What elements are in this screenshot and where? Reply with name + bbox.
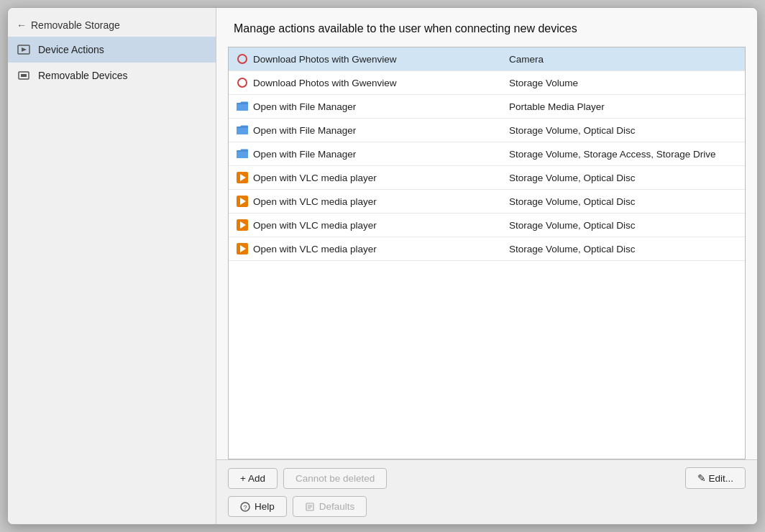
device-cell: Storage Volume, Optical Disc (502, 214, 745, 237)
sidebar-item-label: Device Actions (38, 44, 104, 55)
action-cell: Open with File Manager (229, 119, 502, 142)
defaults-icon (305, 502, 315, 512)
action-cell: Open with VLC media player (229, 214, 502, 237)
svg-text:?: ? (243, 504, 247, 511)
vlc-icon (236, 195, 249, 208)
table-row[interactable]: Open with VLC media playerStorage Volume… (229, 190, 745, 214)
sidebar: ← Removable Storage Device Actions (8, 8, 216, 524)
action-label: Download Photos with Gwenview (253, 54, 397, 65)
defaults-button[interactable]: Defaults (293, 496, 367, 517)
back-button[interactable]: ← Removable Storage (8, 14, 216, 37)
action-cell: Download Photos with Gwenview (229, 71, 502, 95)
action-cell: Open with File Manager (229, 95, 502, 119)
action-label: Open with File Manager (253, 125, 356, 136)
action-label: Open with VLC media player (253, 196, 377, 207)
main-area: Manage actions available to the user whe… (216, 8, 757, 524)
device-cell: Storage Volume, Storage Access, Storage … (502, 142, 745, 166)
action-label: Open with VLC media player (253, 173, 377, 183)
folder-icon (236, 124, 249, 137)
sidebar-item-label: Removable Devices (38, 70, 128, 81)
action-cell: Open with VLC media player (229, 237, 502, 261)
main-window: ← Removable Storage Device Actions (7, 7, 758, 525)
sidebar-item-device-actions[interactable]: Device Actions (8, 37, 216, 63)
action-cell: Open with File Manager (229, 142, 502, 166)
help-icon: ? (240, 502, 250, 512)
device-cell: Camera (502, 47, 745, 71)
bottom-bar: + Add Cannot be deleted ✎ Edit... (216, 459, 757, 496)
table-row[interactable]: Open with File ManagerPortable Media Pla… (229, 95, 745, 119)
table-row[interactable]: Download Photos with GwenviewStorage Vol… (229, 71, 745, 95)
vlc-icon (236, 219, 249, 231)
device-cell: Storage Volume, Optical Disc (502, 190, 745, 214)
svg-rect-7 (237, 128, 248, 134)
help-button[interactable]: ? Help (228, 496, 287, 517)
device-cell: Storage Volume, Optical Disc (502, 237, 745, 261)
cannot-delete-button: Cannot be deleted (283, 468, 387, 489)
back-arrow-icon: ← (17, 19, 27, 31)
svg-rect-8 (237, 152, 248, 158)
folder-icon (236, 100, 249, 113)
action-label: Open with VLC media player (253, 244, 377, 254)
svg-point-5 (238, 78, 247, 87)
bottom-bar-right: ✎ Edit... (685, 467, 746, 489)
table-row[interactable]: Open with File ManagerStorage Volume, St… (229, 142, 745, 166)
back-label: Removable Storage (31, 19, 120, 31)
action-label: Open with File Manager (253, 149, 356, 160)
device-cell: Storage Volume, Optical Disc (502, 166, 745, 190)
device-cell: Storage Volume (502, 71, 745, 95)
action-cell: Open with VLC media player (229, 166, 502, 190)
device-cell: Storage Volume, Optical Disc (502, 119, 745, 142)
svg-rect-6 (237, 104, 248, 111)
device-cell: Portable Media Player (502, 95, 745, 119)
edit-button[interactable]: ✎ Edit... (685, 467, 746, 489)
window-content: ← Removable Storage Device Actions (8, 8, 757, 524)
action-label: Open with VLC media player (253, 220, 377, 231)
add-button[interactable]: + Add (228, 468, 278, 489)
action-label: Open with File Manager (253, 101, 356, 112)
table-row[interactable]: Open with VLC media playerStorage Volume… (229, 166, 745, 190)
action-cell: Open with VLC media player (229, 190, 502, 214)
device-table: Download Photos with GwenviewCameraDownl… (229, 47, 745, 261)
table-row[interactable]: Open with File ManagerStorage Volume, Op… (229, 119, 745, 142)
table-row[interactable]: Open with VLC media playerStorage Volume… (229, 214, 745, 237)
svg-marker-1 (22, 47, 27, 52)
device-actions-icon (17, 42, 31, 57)
svg-point-4 (238, 55, 247, 63)
page-description: Manage actions available to the user whe… (234, 22, 577, 35)
svg-rect-3 (21, 74, 27, 77)
action-cell: Download Photos with Gwenview (229, 47, 502, 71)
folder-icon (236, 147, 249, 160)
bottom-bar-2: ? Help Defaults (216, 496, 757, 524)
vlc-icon (236, 171, 249, 184)
table-row[interactable]: Download Photos with GwenviewCamera (229, 47, 745, 71)
device-table-container: Download Photos with GwenviewCameraDownl… (228, 47, 746, 459)
main-header: Manage actions available to the user whe… (216, 8, 757, 47)
camera-icon (236, 76, 249, 89)
camera-icon (236, 52, 249, 65)
sidebar-item-removable-devices[interactable]: Removable Devices (8, 63, 216, 88)
action-label: Download Photos with Gwenview (253, 78, 397, 88)
removable-devices-icon (17, 68, 31, 83)
table-row[interactable]: Open with VLC media playerStorage Volume… (229, 237, 745, 261)
vlc-icon (236, 242, 249, 255)
